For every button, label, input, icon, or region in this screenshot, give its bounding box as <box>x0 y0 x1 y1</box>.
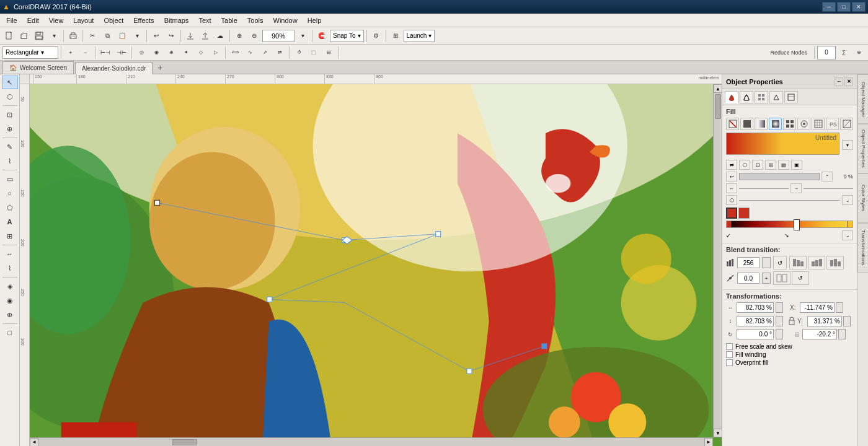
menu-file[interactable]: File <box>1 15 22 25</box>
blend-mirror-btn[interactable] <box>773 271 790 285</box>
hscroll-track[interactable] <box>40 439 703 445</box>
tool-text[interactable]: A <box>2 215 18 229</box>
blend-custom-btn[interactable] <box>826 256 844 269</box>
rotate-input[interactable]: 0.0 ° <box>737 329 774 339</box>
node-btn2[interactable]: ◉ <box>149 46 163 59</box>
skew-input[interactable]: -20.2 ° <box>802 329 837 339</box>
fill-option2-btn[interactable]: ⊞ <box>765 160 776 170</box>
select-all-btn[interactable]: ⬚ <box>307 46 321 59</box>
gradient-stop-right[interactable] <box>848 221 852 227</box>
menu-layout[interactable]: Layout <box>68 15 99 25</box>
fill-type-texture[interactable] <box>812 118 825 130</box>
scale-y-spin[interactable] <box>776 316 783 326</box>
fill-reverse-btn[interactable]: ↩ <box>726 172 737 181</box>
scale-y-input[interactable]: 82.703 % <box>737 316 774 326</box>
props-tab-pattern[interactable] <box>755 91 768 103</box>
fill-arrow-right[interactable]: → <box>790 183 802 193</box>
menu-view[interactable]: View <box>44 15 69 25</box>
props-tab-shape[interactable] <box>769 91 783 103</box>
props-tab-outline[interactable] <box>740 91 753 103</box>
fill-type-nofill2[interactable] <box>840 118 853 130</box>
fill-winding-checkbox[interactable] <box>726 351 733 358</box>
fill-midpoint-btn[interactable]: ⌃ <box>822 172 833 181</box>
fill-type-radial[interactable] <box>769 118 782 130</box>
fill-option1-btn[interactable]: ⊡ <box>752 160 763 170</box>
snap-to-magnet[interactable]: 🧲 <box>315 29 329 43</box>
pos-x-input[interactable]: -11.747 % <box>800 302 835 313</box>
scroll-left-button[interactable]: ◄ <box>30 438 38 447</box>
gradient-stop-left[interactable] <box>727 221 732 227</box>
blend-steps-spin[interactable] <box>762 257 771 268</box>
break-nodes-button[interactable]: ⊣⊢ <box>114 46 129 59</box>
fill-accent-btn[interactable]: ⬡ <box>726 195 737 205</box>
skew-spin[interactable] <box>838 329 846 339</box>
menu-bitmaps[interactable]: Bitmaps <box>159 15 194 25</box>
shape-type-dropdown[interactable]: Rectangular ▾ <box>2 46 58 59</box>
side-tab-object-properties[interactable]: Object Properties <box>857 124 868 173</box>
color-stop-red[interactable] <box>726 208 737 219</box>
smooth-btn[interactable]: ∿ <box>243 46 257 59</box>
restore-button[interactable]: □ <box>837 2 851 12</box>
import-button[interactable] <box>184 29 197 43</box>
blend-refresh-btn[interactable]: ↺ <box>773 256 787 269</box>
tool-outline[interactable]: □ <box>2 326 18 339</box>
deselect-btn[interactable]: ⊟ <box>322 46 335 59</box>
straight-btn[interactable]: ↗ <box>258 46 272 59</box>
menu-window[interactable]: Window <box>268 15 303 25</box>
side-tab-object-manager[interactable]: Object Manager <box>857 74 868 124</box>
fill-type-pattern1[interactable] <box>783 118 796 130</box>
props-tab-misc[interactable] <box>784 91 798 103</box>
pos-x-spin[interactable] <box>836 302 843 313</box>
undo-button[interactable]: ↩ <box>149 29 163 43</box>
color-stop-current[interactable] <box>738 208 750 219</box>
tool-parallel-dim[interactable]: ↔ <box>2 247 18 261</box>
vertical-scrollbar[interactable]: ▲ ▼ <box>713 84 722 437</box>
scroll-down-button[interactable]: ▼ <box>714 429 722 437</box>
canvas-content[interactable] <box>30 84 722 446</box>
blend-accel-input[interactable]: 0.0 <box>737 273 760 284</box>
print-button[interactable] <box>66 29 80 43</box>
node-btn1[interactable]: ◎ <box>135 46 148 59</box>
blend-linear-btn[interactable] <box>789 256 807 269</box>
side-tab-color-styles[interactable]: Color Styles <box>857 173 868 223</box>
zoom-input[interactable]: 90% <box>262 30 294 42</box>
reverse-btn[interactable]: ⇄ <box>273 46 286 59</box>
fill-option3-btn[interactable]: ▤ <box>778 160 789 170</box>
add-node-button[interactable]: + <box>64 46 78 59</box>
fill-type-linear[interactable] <box>755 118 768 130</box>
open-button[interactable] <box>17 29 31 43</box>
tool-freehand[interactable]: ✎ <box>2 140 18 154</box>
tool-rectangle[interactable]: ▭ <box>2 172 18 186</box>
paste-button[interactable]: 📋 <box>115 29 129 43</box>
snap-to-dropdown[interactable]: Snap To ▾ <box>330 30 364 42</box>
elastic-btn[interactable]: ⥀ <box>292 46 306 59</box>
node-btn4[interactable]: ✦ <box>179 46 193 59</box>
pos-y-spin[interactable] <box>843 316 851 326</box>
rotate-spin[interactable] <box>776 329 783 339</box>
free-scale-checkbox[interactable] <box>726 343 733 350</box>
redo-button[interactable]: ↪ <box>164 29 178 43</box>
tool-ellipse[interactable]: ○ <box>2 186 18 200</box>
props-tab-fill[interactable] <box>725 91 738 103</box>
fill-type-pattern2[interactable] <box>797 118 810 130</box>
blend-curved-btn[interactable] <box>808 256 825 269</box>
fill-swap-btn[interactable]: ⇄ <box>726 160 737 170</box>
node-btn6[interactable]: ▷ <box>209 46 223 59</box>
tool-polygon[interactable]: ⬠ <box>2 201 18 214</box>
close-button[interactable]: ✕ <box>852 2 866 12</box>
fill-more-btn[interactable]: ⌄ <box>842 195 853 205</box>
lock-icon[interactable] <box>787 315 796 327</box>
fill-type-postscript[interactable]: PS <box>826 118 839 130</box>
panel-minimize-btn[interactable]: ─ <box>835 77 843 86</box>
zoom-out-button[interactable]: ⊖ <box>247 29 261 43</box>
reduce-nodes-btn[interactable]: Reduce Nodes <box>766 46 812 59</box>
fill-arrow-left[interactable]: ← <box>726 183 737 193</box>
menu-effects[interactable]: Effects <box>128 15 159 25</box>
tool-crop[interactable]: ⊡ <box>2 108 18 121</box>
tool-zoom[interactable]: ⊕ <box>2 122 18 136</box>
scale-x-spin[interactable] <box>776 302 783 313</box>
publish-button[interactable]: ☁ <box>213 29 227 43</box>
tool-table[interactable]: ⊞ <box>2 229 18 243</box>
canvas-area[interactable]: 150 180 210 240 270 300 330 360 millimet… <box>20 74 722 446</box>
tool-smart-fill[interactable]: ◉ <box>2 294 18 307</box>
